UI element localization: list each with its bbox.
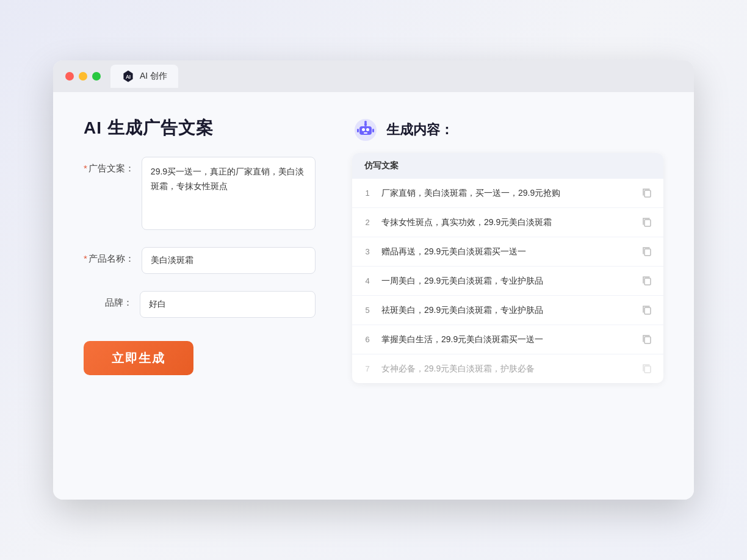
copy-icon[interactable]	[641, 304, 654, 317]
table-row: 6 掌握美白生活，29.9元美白淡斑霜买一送一	[352, 325, 663, 354]
svg-text:AI: AI	[126, 74, 131, 80]
row-number: 1	[362, 188, 373, 198]
brand-label: 品牌：	[84, 291, 132, 309]
row-number: 2	[362, 218, 373, 227]
copy-icon[interactable]	[641, 187, 654, 199]
minimize-button[interactable]	[79, 72, 87, 81]
maximize-button[interactable]	[92, 72, 101, 81]
row-number: 7	[362, 364, 373, 373]
svg-rect-9	[357, 129, 359, 132]
table-row: 5 祛斑美白，29.9元美白淡斑霜，专业护肤品	[352, 296, 663, 325]
svg-rect-11	[644, 190, 651, 197]
robot-icon	[352, 117, 379, 143]
right-panel: 生成内容： 仿写文案 1 厂家直销，美白淡斑霜，买一送一，29.9元抢购 2 专…	[352, 117, 663, 475]
svg-rect-10	[372, 129, 374, 132]
row-text: 一周美白，29.9元美白淡斑霜，专业护肤品	[381, 275, 633, 287]
svg-rect-12	[644, 220, 651, 226]
svg-rect-5	[366, 128, 369, 131]
required-star-1: *	[84, 163, 87, 173]
svg-rect-15	[644, 307, 651, 314]
brand-group: 品牌：	[84, 291, 316, 318]
row-number: 4	[362, 276, 373, 285]
table-row: 3 赠品再送，29.9元美白淡斑霜买一送一	[352, 237, 663, 267]
table-row: 1 厂家直销，美白淡斑霜，买一送一，29.9元抢购	[352, 179, 663, 208]
traffic-lights	[65, 72, 101, 81]
ai-tab-icon: AI	[121, 70, 135, 83]
tab-label: AI 创作	[140, 71, 167, 82]
column-label: 仿写文案	[364, 160, 399, 170]
row-text: 厂家直销，美白淡斑霜，买一送一，29.9元抢购	[381, 187, 633, 199]
row-number: 5	[362, 306, 373, 315]
copy-icon[interactable]	[641, 246, 654, 258]
main-content: AI 生成广告文案 *广告文案： 29.9买一送一，真正的厂家直销，美白淡斑霜，…	[53, 92, 694, 500]
row-text: 掌握美白生活，29.9元美白淡斑霜买一送一	[381, 333, 633, 346]
product-input[interactable]	[142, 247, 316, 274]
svg-rect-16	[644, 337, 651, 343]
svg-point-8	[364, 121, 367, 123]
row-number: 6	[362, 335, 373, 344]
row-text: 专抹女性斑点，真实功效，29.9元美白淡斑霜	[381, 216, 633, 229]
page-title: AI 生成广告文案	[84, 117, 316, 140]
table-row: 7 女神必备，29.9元美白淡斑霜，护肤必备	[352, 354, 663, 383]
row-number: 3	[362, 247, 373, 256]
content-area: AI 生成广告文案 *广告文案： 29.9买一送一，真正的厂家直销，美白淡斑霜，…	[53, 92, 694, 500]
ad-copy-group: *广告文案： 29.9买一送一，真正的厂家直销，美白淡斑霜，专抹女性斑点	[84, 157, 316, 230]
ad-copy-textarea[interactable]: 29.9买一送一，真正的厂家直销，美白淡斑霜，专抹女性斑点	[142, 157, 316, 230]
close-button[interactable]	[65, 72, 74, 81]
product-group: *产品名称：	[84, 247, 316, 274]
ai-tab[interactable]: AI AI 创作	[110, 65, 178, 88]
product-label: *产品名称：	[84, 247, 134, 265]
result-header: 生成内容：	[352, 117, 663, 143]
ad-copy-label: *广告文案：	[84, 157, 134, 174]
table-rows-container: 1 厂家直销，美白淡斑霜，买一送一，29.9元抢购 2 专抹女性斑点，真实功效，…	[352, 179, 663, 383]
generate-button[interactable]: 立即生成	[84, 341, 193, 375]
row-text: 赠品再送，29.9元美白淡斑霜买一送一	[381, 245, 633, 258]
required-star-2: *	[84, 253, 87, 264]
browser-window: AI AI 创作 AI 生成广告文案 *广告文案： 29.9买一送一，真正的厂家…	[53, 60, 694, 500]
svg-rect-6	[364, 132, 367, 134]
titlebar: AI AI 创作	[53, 60, 694, 92]
svg-rect-17	[644, 366, 651, 373]
brand-input[interactable]	[140, 291, 316, 318]
table-header: 仿写文案	[352, 153, 663, 179]
copy-icon[interactable]	[641, 334, 654, 346]
result-table: 仿写文案 1 厂家直销，美白淡斑霜，买一送一，29.9元抢购 2 专抹女性斑点，…	[352, 153, 663, 383]
left-panel: AI 生成广告文案 *广告文案： 29.9买一送一，真正的厂家直销，美白淡斑霜，…	[84, 117, 316, 475]
svg-rect-13	[644, 249, 651, 256]
svg-rect-4	[362, 128, 365, 131]
svg-rect-14	[644, 278, 651, 285]
table-row: 2 专抹女性斑点，真实功效，29.9元美白淡斑霜	[352, 208, 663, 237]
copy-icon[interactable]	[641, 363, 654, 375]
row-text: 祛斑美白，29.9元美白淡斑霜，专业护肤品	[381, 304, 633, 317]
row-text: 女神必备，29.9元美白淡斑霜，护肤必备	[381, 362, 633, 375]
copy-icon[interactable]	[641, 217, 654, 229]
table-row: 4 一周美白，29.9元美白淡斑霜，专业护肤品	[352, 267, 663, 296]
copy-icon[interactable]	[641, 275, 654, 287]
result-title: 生成内容：	[386, 121, 453, 139]
